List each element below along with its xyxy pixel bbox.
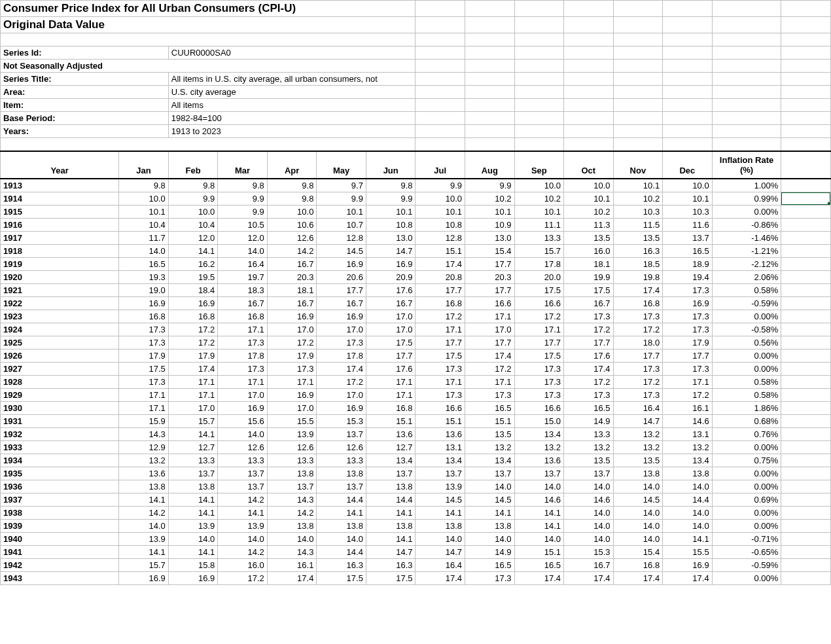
value-cell[interactable]: 17.7 [613, 349, 663, 362]
value-cell[interactable]: 14.1 [218, 506, 268, 519]
value-cell[interactable]: 13.3 [168, 454, 218, 467]
value-cell[interactable]: 13.7 [218, 467, 268, 480]
value-cell[interactable]: 10.2 [564, 205, 614, 218]
value-cell[interactable]: 16.7 [267, 257, 317, 270]
value-cell[interactable]: 14.1 [168, 506, 218, 519]
value-cell[interactable]: 14.2 [119, 506, 169, 519]
empty-cell[interactable] [465, 86, 515, 99]
value-cell[interactable]: 17.2 [168, 323, 218, 336]
value-cell[interactable]: 19.5 [168, 270, 218, 283]
value-cell[interactable]: 14.1 [168, 427, 218, 440]
value-cell[interactable]: 14.6 [663, 414, 713, 427]
value-cell[interactable]: 17.3 [663, 283, 713, 296]
rate-cell[interactable]: 0.76% [712, 427, 781, 440]
rate-cell[interactable]: 0.58% [712, 375, 781, 388]
year-cell[interactable]: 1923 [1, 310, 119, 323]
empty-cell[interactable] [712, 99, 781, 112]
empty-cell[interactable] [416, 99, 465, 112]
value-cell[interactable]: 17.1 [366, 388, 416, 401]
value-cell[interactable]: 17.4 [317, 362, 366, 375]
value-cell[interactable]: 10.1 [663, 192, 713, 205]
empty-cell[interactable] [465, 138, 515, 151]
value-cell[interactable]: 17.3 [663, 362, 713, 375]
value-cell[interactable]: 16.9 [119, 571, 169, 584]
empty-cell[interactable] [781, 296, 831, 310]
value-cell[interactable]: 17.3 [465, 571, 515, 584]
value-cell[interactable]: 16.6 [416, 401, 465, 414]
value-cell[interactable]: 17.3 [119, 323, 169, 336]
value-cell[interactable]: 17.4 [613, 571, 663, 584]
year-cell[interactable]: 1917 [1, 231, 119, 244]
value-cell[interactable]: 17.3 [613, 310, 663, 323]
empty-cell[interactable] [781, 73, 831, 86]
empty-cell[interactable] [781, 571, 831, 584]
empty-cell[interactable] [514, 112, 564, 125]
value-cell[interactable]: 17.7 [317, 283, 366, 296]
value-cell[interactable]: 9.8 [267, 192, 317, 205]
value-cell[interactable]: 14.0 [514, 532, 564, 545]
value-cell[interactable]: 16.3 [366, 558, 416, 571]
value-cell[interactable]: 16.6 [514, 296, 564, 310]
value-cell[interactable]: 17.4 [416, 257, 465, 270]
value-cell[interactable]: 15.7 [514, 244, 564, 257]
empty-cell[interactable] [781, 99, 831, 112]
empty-cell[interactable] [564, 33, 614, 46]
rate-cell[interactable]: 2.06% [712, 270, 781, 283]
empty-cell[interactable] [781, 218, 831, 231]
empty-cell[interactable] [781, 336, 831, 349]
rate-cell[interactable]: 0.99% [712, 192, 781, 205]
value-cell[interactable]: 14.1 [168, 244, 218, 257]
value-cell[interactable]: 17.3 [613, 388, 663, 401]
value-cell[interactable]: 13.1 [663, 427, 713, 440]
value-cell[interactable]: 13.7 [366, 467, 416, 480]
value-cell[interactable]: 17.7 [465, 283, 515, 296]
value-cell[interactable]: 18.9 [663, 257, 713, 270]
value-cell[interactable]: 13.7 [514, 467, 564, 480]
year-cell[interactable]: 1938 [1, 506, 119, 519]
empty-cell[interactable] [781, 310, 831, 323]
empty-cell[interactable] [416, 46, 465, 60]
value-cell[interactable]: 16.9 [663, 558, 713, 571]
rate-cell[interactable]: -2.12% [712, 257, 781, 270]
year-cell[interactable]: 1942 [1, 558, 119, 571]
year-cell[interactable]: 1914 [1, 192, 119, 205]
year-cell[interactable]: 1922 [1, 296, 119, 310]
value-cell[interactable]: 14.0 [564, 532, 614, 545]
rate-cell[interactable]: 1.00% [712, 179, 781, 192]
value-cell[interactable]: 13.7 [317, 427, 366, 440]
empty-cell[interactable] [712, 17, 781, 33]
year-cell[interactable]: 1929 [1, 388, 119, 401]
value-cell[interactable]: 17.2 [465, 362, 515, 375]
value-cell[interactable]: 17.4 [663, 571, 713, 584]
value-cell[interactable]: 13.7 [416, 467, 465, 480]
year-cell[interactable]: 1934 [1, 454, 119, 467]
value-cell[interactable]: 14.3 [119, 427, 169, 440]
empty-cell[interactable] [781, 138, 831, 151]
value-cell[interactable]: 14.0 [119, 519, 169, 532]
value-cell[interactable]: 9.9 [465, 179, 515, 192]
value-cell[interactable]: 17.4 [416, 571, 465, 584]
value-cell[interactable]: 17.1 [218, 323, 268, 336]
empty-cell[interactable] [514, 46, 564, 60]
value-cell[interactable]: 13.9 [267, 427, 317, 440]
empty-cell[interactable] [663, 112, 713, 125]
value-cell[interactable]: 13.2 [564, 440, 614, 454]
value-cell[interactable]: 13.4 [366, 454, 416, 467]
value-cell[interactable]: 17.7 [465, 336, 515, 349]
value-cell[interactable]: 13.4 [416, 454, 465, 467]
value-cell[interactable]: 13.0 [465, 231, 515, 244]
rate-cell[interactable]: -1.46% [712, 231, 781, 244]
value-cell[interactable]: 14.0 [613, 519, 663, 532]
empty-cell[interactable] [564, 125, 614, 138]
value-cell[interactable]: 13.4 [514, 427, 564, 440]
rate-cell[interactable]: -0.59% [712, 558, 781, 571]
value-cell[interactable]: 13.8 [366, 519, 416, 532]
value-cell[interactable]: 19.0 [119, 283, 169, 296]
value-cell[interactable]: 14.1 [119, 493, 169, 506]
empty-cell[interactable] [564, 60, 614, 73]
value-cell[interactable]: 17.4 [564, 571, 614, 584]
empty-cell[interactable] [781, 60, 831, 73]
value-cell[interactable]: 17.3 [119, 375, 169, 388]
value-cell[interactable]: 17.3 [514, 388, 564, 401]
empty-cell[interactable] [416, 73, 465, 86]
